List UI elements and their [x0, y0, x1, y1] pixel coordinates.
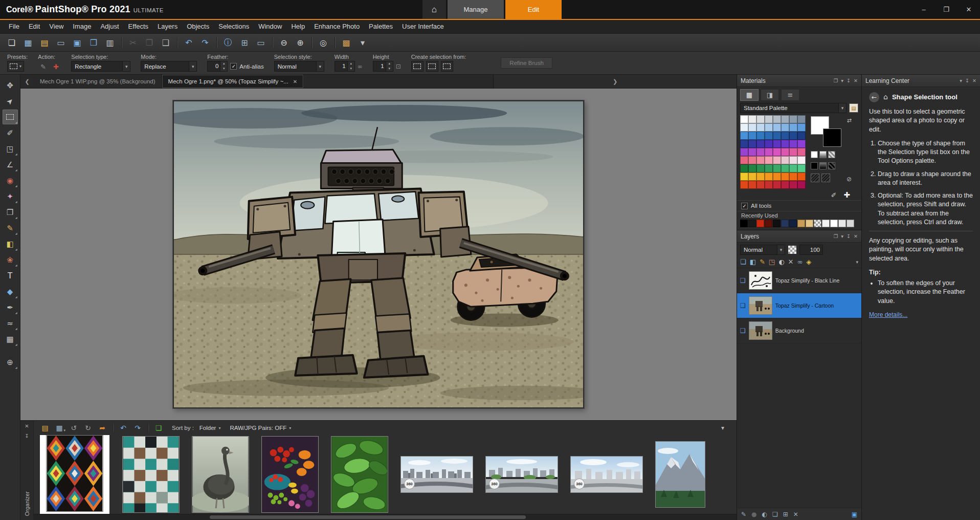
- new-layer-icon[interactable]: ❏: [772, 511, 778, 518]
- color-swatch[interactable]: [773, 164, 781, 172]
- color-swatch[interactable]: [797, 115, 806, 123]
- close-icon[interactable]: ✕: [972, 78, 976, 83]
- presets-dropdown[interactable]: ▾: [7, 61, 24, 72]
- color-swatch[interactable]: [797, 140, 806, 148]
- palette-options-icon[interactable]: ▤: [849, 103, 858, 113]
- delete-icon[interactable]: ✕: [793, 511, 798, 518]
- color-swatch[interactable]: [765, 140, 773, 148]
- pin-icon[interactable]: ↧: [847, 233, 851, 239]
- bg-texture-toggle[interactable]: [821, 174, 830, 182]
- color-swatch[interactable]: [789, 156, 797, 164]
- color-swatch[interactable]: [781, 132, 789, 140]
- color-swatch[interactable]: [765, 172, 773, 181]
- menu-help[interactable]: Help: [286, 20, 309, 33]
- palette-selector-dropdown[interactable]: Standard Palette ▾: [740, 103, 847, 113]
- spinner-arrows[interactable]: ▴▾: [386, 61, 393, 71]
- color-swatch[interactable]: [797, 156, 806, 164]
- menu-enhance-photo[interactable]: Enhance Photo: [309, 20, 364, 33]
- dropper-tool[interactable]: ✐: [3, 125, 18, 140]
- thumbnail-panorama-360-city-2[interactable]: 360: [486, 457, 558, 492]
- thumbnail-panorama-360-city-3[interactable]: 360: [571, 457, 642, 492]
- dual-display-icon[interactable]: ▭: [253, 35, 269, 50]
- raw-jpg-dropdown[interactable]: RAW/JPG Pairs: OFF ▾: [226, 424, 295, 432]
- height-spinner[interactable]: 1 ▴▾: [373, 61, 393, 72]
- color-swatch[interactable]: [748, 132, 756, 140]
- share-icon[interactable]: ➦: [96, 422, 108, 434]
- color-swatch[interactable]: [765, 132, 773, 140]
- color-swatch[interactable]: [748, 123, 756, 132]
- layers-title-bar[interactable]: Layers ❐ ▾ ↧ ✕: [737, 230, 861, 243]
- new-art-media-layer-icon[interactable]: ✎: [760, 258, 765, 266]
- zoom-tool[interactable]: ⊕◢: [3, 355, 18, 370]
- scan-acquire-icon[interactable]: ▭: [53, 35, 69, 50]
- menu-window[interactable]: Window: [254, 20, 286, 33]
- color-swatch[interactable]: [765, 156, 773, 164]
- pin-icon[interactable]: ↧: [25, 433, 29, 439]
- pin-icon[interactable]: ↧: [847, 78, 851, 83]
- document-image-mech-scene[interactable]: [173, 100, 584, 408]
- pin-icon[interactable]: ↧: [965, 78, 969, 83]
- fill-tool[interactable]: ◧◢: [3, 236, 18, 251]
- red-eye-tool[interactable]: ◉◢: [3, 173, 18, 188]
- color-swatch[interactable]: [765, 181, 773, 189]
- layers-toolbar-more-icon[interactable]: ▾: [856, 259, 858, 265]
- color-swatch[interactable]: [781, 156, 789, 164]
- new-raster-layer-icon[interactable]: ❏: [740, 258, 746, 266]
- color-swatch[interactable]: [781, 115, 789, 123]
- recent-swatch[interactable]: [806, 220, 813, 227]
- color-swatch[interactable]: [789, 148, 797, 156]
- color-swatch[interactable]: [789, 123, 797, 132]
- color-swatch[interactable]: [781, 172, 789, 181]
- color-swatch[interactable]: [756, 115, 765, 123]
- recent-swatch[interactable]: [847, 220, 854, 227]
- selection-from-layer-button[interactable]: [426, 61, 438, 72]
- link-layers-icon[interactable]: ∞: [797, 258, 803, 266]
- new-image-icon[interactable]: ❏: [4, 35, 19, 50]
- color-swatch[interactable]: [773, 156, 781, 164]
- new-mask-layer-icon[interactable]: ◧: [750, 258, 756, 266]
- document-tab-active[interactable]: Mech Ogre 1.png* @ 50% (Topaz Simplify ~…: [162, 75, 304, 88]
- bg-color-style[interactable]: [811, 162, 818, 169]
- color-swatch[interactable]: [765, 115, 773, 123]
- recent-swatch[interactable]: [781, 220, 789, 227]
- learning-center-title-bar[interactable]: Learning Center ▾ ↧ ✕: [862, 75, 980, 87]
- add-swatch-icon[interactable]: ✚: [843, 190, 850, 200]
- recent-swatch[interactable]: [822, 220, 830, 227]
- zoom-in-icon[interactable]: ⊕: [293, 35, 308, 50]
- swatches-tab[interactable]: ▦: [740, 89, 759, 101]
- interactive-zoom-icon[interactable]: ◎: [316, 35, 331, 50]
- pick-tool[interactable]: ➤: [3, 94, 18, 109]
- thumbnail-emu-photo[interactable]: [192, 437, 249, 512]
- recent-swatch[interactable]: [765, 220, 772, 227]
- link-dimensions-icon[interactable]: ∞: [358, 63, 363, 70]
- selection-style-dropdown[interactable]: Normal ▾: [274, 61, 324, 72]
- bg-pattern-style[interactable]: [828, 162, 835, 169]
- transparent-toggle-icon[interactable]: ⊘: [847, 176, 852, 183]
- color-swatch[interactable]: [748, 172, 756, 181]
- bg-gradient-style[interactable]: [819, 162, 827, 169]
- color-swatch[interactable]: [740, 123, 748, 132]
- thumbnail-panorama-360-city-1[interactable]: 360: [401, 457, 473, 492]
- edit-selection-icon[interactable]: ◳: [769, 258, 775, 266]
- straighten-tool[interactable]: ∠◢: [3, 157, 18, 172]
- color-swatch[interactable]: [748, 164, 756, 172]
- color-swatch[interactable]: [748, 156, 756, 164]
- more-details-link[interactable]: More details...: [869, 311, 907, 318]
- color-swatch[interactable]: [756, 172, 765, 181]
- mesh-warp-tool[interactable]: ▦◢: [3, 332, 18, 346]
- color-swatch[interactable]: [748, 181, 756, 189]
- color-swatch[interactable]: [756, 132, 765, 140]
- color-swatch[interactable]: [765, 123, 773, 132]
- color-swatch[interactable]: [756, 156, 765, 164]
- color-swatch[interactable]: [773, 115, 781, 123]
- redo-icon[interactable]: ↷: [131, 422, 144, 434]
- save-icon[interactable]: ▣: [70, 35, 85, 50]
- menu-selections[interactable]: Selections: [214, 20, 254, 33]
- color-swatch[interactable]: [797, 148, 806, 156]
- mode-dropdown[interactable]: Replace ▾: [141, 61, 197, 72]
- menu-palettes[interactable]: Palettes: [364, 20, 397, 33]
- recent-swatch[interactable]: [740, 220, 748, 227]
- new-adjustment-layer-icon[interactable]: ◐: [778, 258, 784, 266]
- color-swatch[interactable]: [748, 148, 756, 156]
- color-swatch[interactable]: [781, 164, 789, 172]
